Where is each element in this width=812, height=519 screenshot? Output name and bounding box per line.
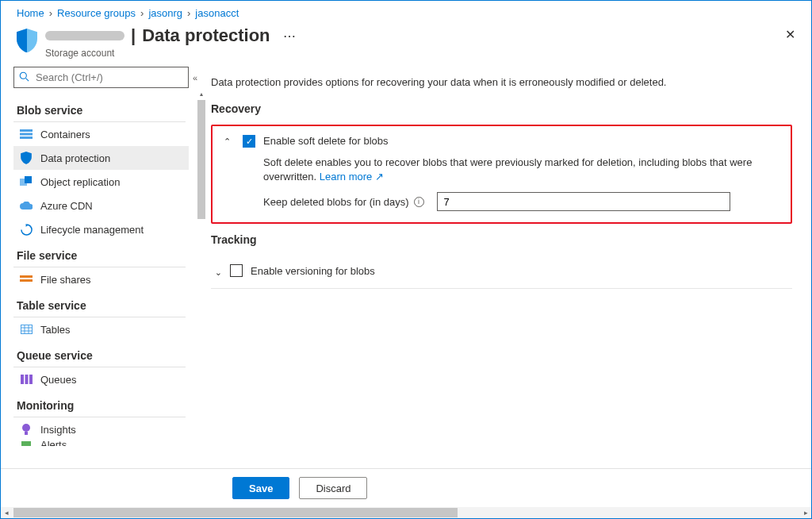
sidebar-item-lifecycle[interactable]: Lifecycle management: [13, 217, 189, 241]
sidebar-item-tables[interactable]: Tables: [13, 317, 189, 341]
page-title: Data protection: [142, 25, 270, 46]
more-actions-icon[interactable]: ⋯: [283, 29, 296, 44]
alerts-icon: [20, 441, 33, 446]
save-button[interactable]: Save: [232, 477, 289, 499]
footer-bar: Save Discard: [1, 468, 811, 507]
enable-versioning-label: Enable versioning for blobs: [251, 265, 375, 277]
svg-rect-19: [25, 432, 28, 435]
svg-rect-15: [21, 375, 24, 384]
svg-rect-3: [20, 133, 33, 136]
horizontal-scrollbar[interactable]: ◂▸: [1, 507, 811, 518]
svg-rect-20: [21, 441, 31, 446]
recovery-heading: Recovery: [211, 102, 792, 115]
svg-point-0: [20, 72, 26, 79]
svg-point-18: [22, 424, 30, 432]
breadcrumb-account[interactable]: jasonacct: [195, 7, 239, 19]
learn-more-link[interactable]: Learn more ↗: [320, 171, 384, 183]
svg-rect-16: [25, 375, 28, 384]
breadcrumb-rg[interactable]: jasonrg: [148, 7, 182, 19]
page-header: | Data protection ⋯ Storage account ✕: [1, 22, 811, 67]
enable-versioning-checkbox[interactable]: [230, 264, 243, 277]
sidebar-item-containers[interactable]: Containers: [13, 122, 189, 146]
collapse-chevron-icon[interactable]: ⌃: [224, 136, 235, 147]
lifecycle-icon: [20, 223, 33, 236]
svg-line-1: [26, 78, 29, 81]
sidebar: « Blob service Containers Data protectio…: [1, 67, 195, 517]
search-icon: [19, 71, 29, 85]
page-subtitle: Storage account: [45, 48, 296, 59]
sidebar-section-table: Table service: [13, 291, 186, 317]
svg-rect-8: [20, 279, 33, 282]
main-content: Data protection provides options for rec…: [195, 67, 811, 517]
containers-icon: [20, 128, 33, 140]
table-icon: [20, 323, 33, 336]
sidebar-item-azure-cdn[interactable]: Azure CDN: [13, 194, 189, 217]
breadcrumb-home[interactable]: Home: [17, 7, 44, 19]
discard-button[interactable]: Discard: [299, 477, 367, 499]
file-share-icon: [20, 273, 33, 286]
search-input[interactable]: [13, 67, 189, 88]
external-link-icon: ↗: [375, 171, 384, 183]
sidebar-item-queues[interactable]: Queues: [13, 367, 189, 391]
sidebar-item-alerts[interactable]: Alerts: [13, 441, 189, 446]
enable-soft-delete-label: Enable soft delete for blobs: [263, 135, 389, 147]
breadcrumb: Home› Resource groups› jasonrg› jasonacc…: [1, 1, 811, 22]
account-name-redacted: [45, 31, 124, 40]
svg-rect-2: [20, 129, 33, 132]
sidebar-section-queue: Queue service: [13, 341, 186, 367]
sidebar-item-data-protection[interactable]: Data protection: [13, 146, 189, 170]
insights-icon: [20, 423, 33, 436]
svg-rect-7: [20, 275, 33, 278]
keep-days-label: Keep deleted blobs for (in days): [263, 196, 409, 208]
svg-rect-10: [21, 325, 32, 333]
queue-icon: [20, 373, 33, 386]
tracking-heading: Tracking: [211, 233, 792, 246]
info-icon[interactable]: i: [414, 197, 424, 207]
sidebar-item-file-shares[interactable]: File shares: [13, 267, 189, 291]
sidebar-section-monitoring: Monitoring: [13, 391, 186, 417]
soft-delete-panel: ⌃ ✓ Enable soft delete for blobs Soft de…: [211, 125, 792, 224]
svg-rect-4: [20, 136, 33, 139]
sidebar-section-blob: Blob service: [13, 96, 186, 122]
cloud-icon: [20, 199, 33, 212]
svg-rect-6: [25, 176, 32, 183]
shield-small-icon: [20, 152, 33, 164]
breadcrumb-resource-groups[interactable]: Resource groups: [57, 7, 136, 19]
sidebar-item-insights[interactable]: Insights: [13, 417, 189, 441]
sidebar-item-object-replication[interactable]: Object replication: [13, 170, 189, 194]
close-button[interactable]: ✕: [785, 27, 795, 42]
intro-text: Data protection provides options for rec…: [211, 76, 792, 88]
keep-days-input[interactable]: [437, 192, 730, 211]
replication-icon: [20, 175, 33, 188]
enable-soft-delete-checkbox[interactable]: ✓: [243, 135, 255, 148]
shield-icon: [17, 29, 37, 52]
svg-rect-17: [29, 375, 33, 384]
sidebar-section-file: File service: [13, 241, 186, 267]
expand-chevron-icon[interactable]: ⌃: [211, 267, 222, 277]
